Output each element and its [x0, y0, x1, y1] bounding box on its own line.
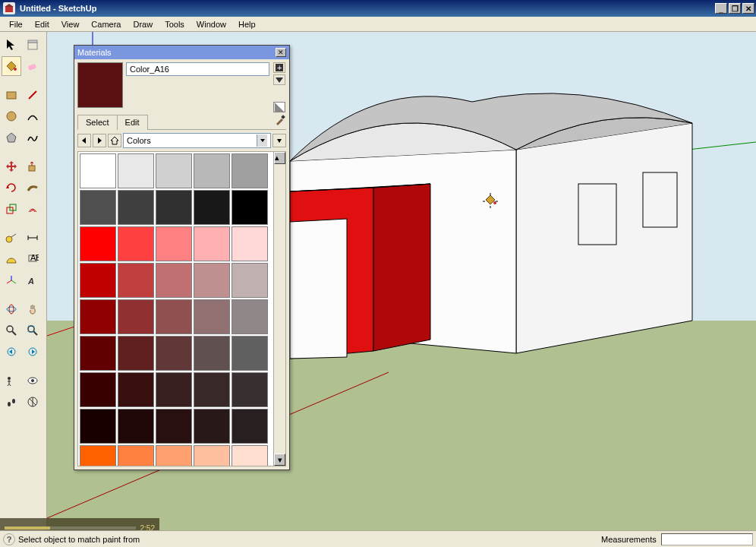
current-material-swatch[interactable] [77, 62, 123, 108]
color-swatch[interactable] [118, 226, 154, 261]
next-view-tool[interactable] [23, 342, 43, 362]
color-swatch[interactable] [232, 445, 268, 466]
tape-measure-tool[interactable] [2, 228, 21, 248]
menu-edit[interactable]: Edit [29, 18, 55, 30]
color-swatch[interactable] [118, 153, 154, 188]
color-swatch[interactable] [80, 153, 116, 188]
color-swatch[interactable] [80, 445, 116, 466]
color-swatch[interactable] [232, 409, 268, 444]
set-default-button[interactable] [273, 74, 285, 85]
color-swatch[interactable] [156, 409, 192, 444]
material-name-input[interactable] [126, 62, 269, 76]
color-swatch[interactable] [118, 190, 154, 225]
minimize-button[interactable]: _ [715, 3, 727, 14]
color-swatch[interactable] [80, 372, 116, 407]
line-tool[interactable] [23, 85, 43, 105]
freehand-tool[interactable] [23, 128, 43, 147]
color-swatch[interactable] [156, 153, 192, 188]
color-swatch[interactable] [232, 190, 268, 225]
color-swatch[interactable] [232, 263, 268, 298]
color-swatch[interactable] [80, 226, 116, 261]
zoom-tool[interactable] [2, 321, 21, 340]
measurements-input[interactable] [661, 533, 753, 545]
make-component-tool[interactable] [23, 35, 43, 55]
display-pane-button[interactable] [273, 102, 285, 112]
color-swatch[interactable] [156, 372, 192, 407]
select-tool[interactable] [2, 35, 21, 55]
text-tool[interactable]: ABC [23, 249, 43, 269]
zoom-extents-tool[interactable] [23, 321, 43, 340]
color-swatch[interactable] [232, 372, 268, 407]
menu-help[interactable]: Help [232, 18, 262, 30]
pan-tool[interactable] [23, 299, 43, 319]
color-swatch[interactable] [118, 299, 154, 334]
color-swatch[interactable] [194, 263, 230, 298]
color-swatch[interactable] [118, 336, 154, 371]
color-swatch[interactable] [156, 226, 192, 261]
pushpull-tool[interactable] [23, 157, 43, 176]
color-swatch[interactable] [194, 299, 230, 334]
color-swatch[interactable] [80, 409, 116, 444]
paint-bucket-tool[interactable] [2, 56, 21, 76]
color-swatch[interactable] [194, 226, 230, 261]
color-swatch[interactable] [194, 409, 230, 444]
material-library-dropdown[interactable]: Colors [123, 133, 271, 148]
polygon-tool[interactable] [2, 128, 21, 147]
menu-view[interactable]: View [55, 18, 86, 30]
scroll-up-button[interactable]: ▴ [274, 152, 285, 164]
color-swatch[interactable] [80, 299, 116, 334]
previous-view-tool[interactable] [2, 342, 21, 362]
materials-panel-close[interactable]: ✕ [276, 48, 286, 57]
rotate-tool[interactable] [2, 178, 21, 198]
color-swatch[interactable] [194, 336, 230, 371]
menu-draw[interactable]: Draw [127, 18, 159, 30]
eraser-tool[interactable] [23, 56, 43, 76]
followme-tool[interactable] [23, 178, 43, 198]
materials-panel-titlebar[interactable]: Materials ✕ [74, 46, 289, 59]
color-swatch[interactable] [80, 190, 116, 225]
color-swatch[interactable] [118, 409, 154, 444]
3dtext-tool[interactable]: A [23, 270, 43, 290]
arc-tool[interactable] [23, 106, 43, 126]
color-swatch[interactable] [156, 299, 192, 334]
color-swatch[interactable] [194, 153, 230, 188]
menu-camera[interactable]: Camera [85, 18, 127, 30]
color-swatch[interactable] [156, 263, 192, 298]
axes-tool[interactable] [2, 270, 21, 290]
protractor-tool[interactable] [2, 249, 21, 269]
orbit-tool[interactable] [2, 299, 21, 319]
nav-forward-button[interactable] [93, 134, 106, 147]
look-around-tool[interactable] [23, 371, 43, 390]
color-swatch[interactable] [118, 263, 154, 298]
nav-back-button[interactable] [77, 134, 91, 147]
walk-tool[interactable] [2, 392, 21, 412]
dimension-tool[interactable] [23, 228, 43, 248]
tab-select[interactable]: Select [77, 115, 118, 130]
nav-home-button[interactable] [108, 134, 121, 147]
scroll-down-button[interactable]: ▾ [274, 454, 285, 466]
move-tool[interactable] [2, 157, 21, 176]
color-swatch[interactable] [194, 190, 230, 225]
scale-tool[interactable] [2, 199, 21, 219]
close-button[interactable]: ✕ [742, 3, 754, 14]
position-camera-tool[interactable] [2, 371, 21, 390]
section-plane-tool[interactable] [23, 392, 43, 412]
color-swatch[interactable] [194, 372, 230, 407]
menu-tools[interactable]: Tools [159, 18, 191, 30]
color-grid-scrollbar[interactable]: ▴ ▾ [273, 152, 285, 466]
menu-window[interactable]: Window [191, 18, 232, 30]
circle-tool[interactable] [2, 106, 21, 126]
color-swatch[interactable] [156, 190, 192, 225]
color-swatch[interactable] [232, 299, 268, 334]
color-swatch[interactable] [156, 336, 192, 371]
video-progress-bar[interactable] [5, 526, 136, 530]
color-swatch[interactable] [80, 263, 116, 298]
color-swatch[interactable] [156, 445, 192, 466]
eyedropper-icon[interactable] [274, 114, 286, 126]
color-swatch[interactable] [118, 372, 154, 407]
color-swatch[interactable] [232, 336, 268, 371]
materials-panel[interactable]: Materials ✕ + Select Edit Colors [74, 45, 290, 470]
color-swatch[interactable] [194, 445, 230, 466]
details-button[interactable] [272, 134, 286, 147]
menu-file[interactable]: File [3, 18, 29, 30]
